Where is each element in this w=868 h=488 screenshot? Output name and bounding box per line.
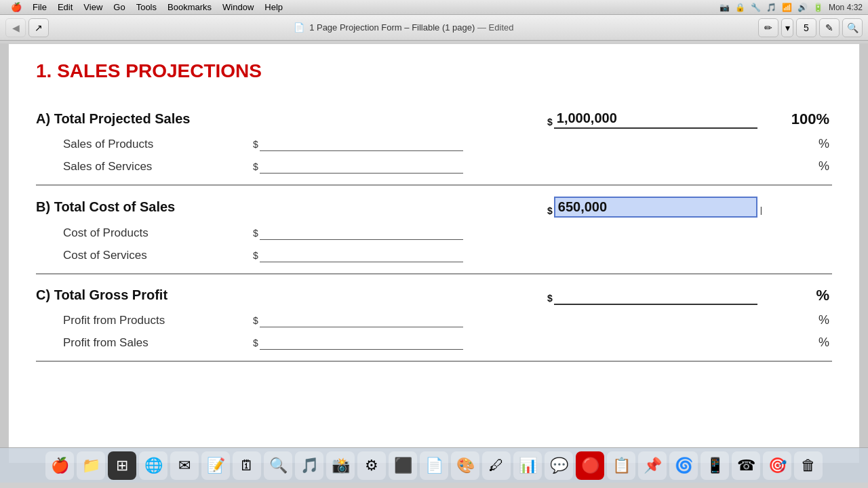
dock-spotlight[interactable]: 🔍 bbox=[264, 451, 292, 480]
annotate-dropdown[interactable]: ▾ bbox=[781, 18, 793, 37]
section-a-products-amount-container: $ bbox=[253, 136, 497, 151]
dock-settings[interactable]: ⚙ bbox=[357, 451, 386, 480]
section-b-products-amount-container: $ bbox=[253, 224, 497, 240]
menu-view[interactable]: View bbox=[78, 1, 108, 14]
share-button[interactable]: ↗ bbox=[28, 18, 49, 37]
dock-word[interactable]: 📋 bbox=[607, 451, 635, 480]
section-a-services-amount-container: $ bbox=[253, 158, 497, 174]
section-a-products-input[interactable] bbox=[260, 136, 463, 151]
dock-photoshop[interactable]: 🎨 bbox=[451, 451, 479, 480]
section-c-sales-row: Profit from Sales $ % bbox=[36, 334, 832, 350]
section-c-subrows: Profit from Products $ % Profit from Sal… bbox=[36, 312, 832, 350]
section-c-products-row: Profit from Products $ % bbox=[36, 312, 832, 327]
toolbar-right: ✏ ▾ 5 ✎ 🔍 bbox=[758, 18, 863, 37]
section-a-products-label: Sales of Products bbox=[36, 138, 253, 151]
menu-edit[interactable]: Edit bbox=[52, 1, 78, 14]
dock-trash[interactable]: 🗑 bbox=[794, 451, 823, 480]
dock-iphone[interactable]: 📱 bbox=[701, 451, 729, 480]
section-b-products-dollar: $ bbox=[253, 228, 258, 240]
section-a-services-dollar: $ bbox=[253, 161, 258, 174]
section-c-sales-label: Profit from Sales bbox=[36, 336, 253, 350]
document-title: 📄 1 Page Projection Form – Fillable (1 p… bbox=[52, 22, 755, 33]
menu-window[interactable]: Window bbox=[217, 1, 259, 14]
edited-status: — bbox=[477, 22, 489, 33]
section-c-sales-percent: % bbox=[497, 336, 832, 350]
edited-label: Edited bbox=[489, 22, 514, 33]
section-a-services-input[interactable] bbox=[260, 158, 463, 174]
section-a-label: A) Total Projected Sales bbox=[36, 111, 547, 127]
dock-finder[interactable]: 🍎 bbox=[45, 451, 74, 480]
dock-illustrator[interactable]: 🖊 bbox=[482, 451, 511, 480]
section-b-services-dollar: $ bbox=[253, 250, 258, 262]
section-c: C) Total Gross Profit $ % Profit from Pr… bbox=[36, 274, 832, 362]
section-a-services-percent: % bbox=[497, 159, 832, 174]
dock-acrobat[interactable]: 📄 bbox=[420, 451, 448, 480]
section-c-products-label: Profit from Products bbox=[36, 314, 253, 327]
section-a-products-row: Sales of Products $ % bbox=[36, 136, 832, 151]
edit-button[interactable]: ✎ bbox=[819, 18, 840, 37]
section-b-services-label: Cost of Services bbox=[36, 249, 253, 262]
section-c-main-row: C) Total Gross Profit $ % bbox=[36, 285, 832, 305]
dock-notes[interactable]: 📝 bbox=[201, 451, 230, 480]
section-c-products-percent: % bbox=[497, 313, 832, 327]
section-a-main-row: A) Total Projected Sales $ 100% bbox=[36, 109, 832, 129]
dock-excel[interactable]: 📊 bbox=[513, 451, 542, 480]
menu-go[interactable]: Go bbox=[108, 1, 130, 14]
section-b-dollar: $ bbox=[547, 205, 553, 218]
section-a-amount-input[interactable] bbox=[554, 109, 757, 129]
menu-help[interactable]: Help bbox=[259, 1, 288, 14]
dock-powerpoint[interactable]: 📌 bbox=[638, 451, 667, 480]
section-a: A) Total Projected Sales $ 100% Sales of… bbox=[36, 98, 832, 186]
dock-chrome[interactable]: 🌀 bbox=[669, 451, 698, 480]
section-c-amount-input[interactable] bbox=[554, 285, 757, 305]
file-icon: 📄 bbox=[294, 22, 304, 33]
section-b-products-label: Cost of Products bbox=[36, 226, 253, 240]
menubar: 🍎 File Edit View Go Tools Bookmarks Wind… bbox=[0, 0, 868, 15]
section-b-label: B) Total Cost of Sales bbox=[36, 199, 547, 215]
dock: 🍎 📁 ⊞ 🌐 ✉ 📝 🗓 🔍 🎵 📸 ⚙ ⬛ 📄 🎨 🖊 📊 💬 🔴 📋 📌 … bbox=[0, 447, 868, 483]
section-a-subrows: Sales of Products $ % Sales of Services … bbox=[36, 136, 832, 174]
section-title: 1. SALES PROJECTIONS bbox=[36, 60, 832, 82]
dock-photos[interactable]: 📸 bbox=[326, 451, 355, 480]
menu-tools[interactable]: Tools bbox=[131, 1, 162, 14]
menu-file[interactable]: File bbox=[27, 1, 52, 14]
section-b-products-input[interactable] bbox=[260, 224, 463, 240]
dock-mail[interactable]: ✉ bbox=[170, 451, 199, 480]
back-button[interactable]: ◀ bbox=[5, 18, 26, 37]
dock-launchpad[interactable]: ⊞ bbox=[108, 451, 136, 480]
section-c-sales-dollar: $ bbox=[253, 338, 258, 350]
section-b-services-amount-container: $ bbox=[253, 247, 497, 262]
section-c-products-dollar: $ bbox=[253, 315, 258, 327]
section-b-amount-container: $ | bbox=[547, 197, 778, 218]
document-wrapper: 1. SALES PROJECTIONS A) Total Projected … bbox=[0, 43, 868, 483]
dock-terminal[interactable]: ⬛ bbox=[389, 451, 417, 480]
apple-menu[interactable]: 🍎 bbox=[5, 1, 27, 14]
section-a-services-row: Sales of Services $ % bbox=[36, 158, 832, 174]
page-count-button[interactable]: 5 bbox=[796, 18, 816, 37]
dock-phone[interactable]: ☎ bbox=[732, 451, 760, 480]
section-c-products-input[interactable] bbox=[260, 312, 463, 327]
annotate-button[interactable]: ✏ bbox=[758, 18, 778, 37]
section-a-services-label: Sales of Services bbox=[36, 160, 253, 174]
section-c-label: C) Total Gross Profit bbox=[36, 287, 547, 303]
dock-vmware[interactable]: 🔴 bbox=[576, 451, 604, 480]
dock-itunes[interactable]: 🎵 bbox=[295, 451, 323, 480]
section-b-services-input[interactable] bbox=[260, 247, 463, 262]
dock-misc1[interactable]: 🎯 bbox=[763, 451, 791, 480]
section-b-amount-input[interactable] bbox=[554, 197, 757, 218]
dock-safari[interactable]: 🌐 bbox=[139, 451, 167, 480]
search-button[interactable]: 🔍 bbox=[842, 18, 863, 37]
section-c-products-amount-container: $ bbox=[253, 312, 497, 327]
dock-skype[interactable]: 💬 bbox=[545, 451, 573, 480]
section-c-sales-amount-container: $ bbox=[253, 334, 497, 350]
section-b-subrows: Cost of Products $ Cost of Services $ bbox=[36, 224, 832, 262]
dock-folder[interactable]: 📁 bbox=[77, 451, 105, 480]
section-a-products-percent: % bbox=[497, 137, 832, 151]
section-c-amount-container: $ bbox=[547, 285, 778, 305]
section-c-dollar: $ bbox=[547, 293, 553, 305]
document-area: 1. SALES PROJECTIONS A) Total Projected … bbox=[8, 43, 860, 464]
menu-bookmarks[interactable]: Bookmarks bbox=[162, 1, 217, 14]
dock-calendar[interactable]: 🗓 bbox=[233, 451, 261, 480]
system-icons: 📷🔒🔧🎵📶🔊🔋Mon 4:32 bbox=[719, 3, 863, 12]
section-c-sales-input[interactable] bbox=[260, 334, 463, 350]
